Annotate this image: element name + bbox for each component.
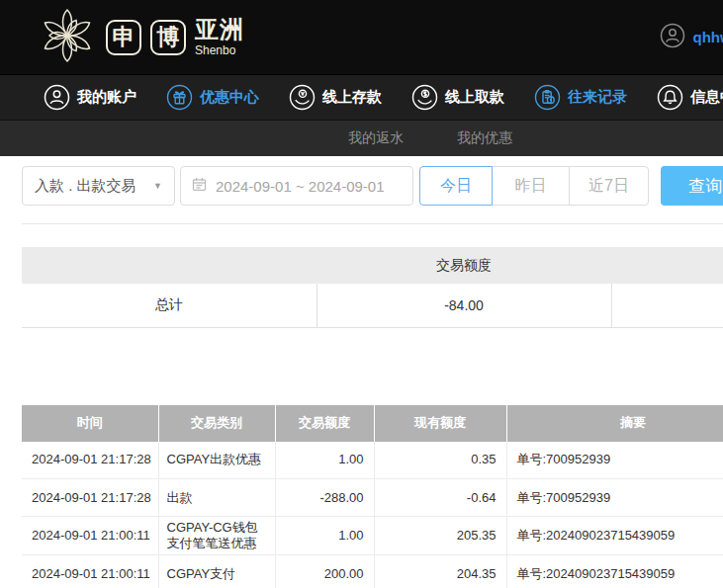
calendar-icon: [192, 177, 207, 195]
nav-item-withdraw[interactable]: 线上取款: [411, 84, 504, 111]
cell-memo: 单号:202409023715439059: [506, 517, 723, 555]
cell-time: 2024-09-01 21:00:11: [22, 517, 158, 555]
sub-nav: 我的返水 我的优惠: [0, 120, 723, 156]
cell-memo: 单号:202409023715439059: [506, 555, 723, 588]
bell-icon: [657, 84, 683, 111]
filter-row: 入款 . 出款交易 ▼ 2024-09-01 ~ 2024-09-01 今日 昨…: [22, 166, 723, 206]
col-header-amount: 交易额度: [275, 405, 374, 442]
summary-table: 交易额度 总计 -84.00: [22, 247, 723, 328]
flower-logo-icon: [38, 6, 97, 69]
browser-viewport: 申 博 亚洲 Shenbo qhhw2: [0, 0, 723, 588]
yesterday-button[interactable]: 昨日: [492, 166, 570, 206]
col-header-time: 时间: [22, 405, 158, 442]
cell-memo: 单号:700952939: [506, 442, 723, 479]
cell-type: CGPAY出款优惠: [158, 442, 275, 479]
summary-header-amount: 交易额度: [316, 247, 611, 284]
logo-text: 亚洲 Shenbo: [195, 18, 244, 56]
summary-header-empty-2: [611, 247, 723, 284]
cell-balance: 204.35: [374, 555, 506, 588]
username: qhhw2: [693, 29, 723, 45]
section-divider: [22, 223, 723, 224]
nav-item-label: 信息中心: [690, 88, 723, 107]
last-7-days-button[interactable]: 近7日: [569, 166, 649, 206]
summary-total-amount: -84.00: [316, 284, 611, 327]
subnav-item-promos[interactable]: 我的优惠: [457, 129, 512, 147]
user-icon: [44, 84, 70, 111]
cell-time: 2024-09-01 21:00:11: [22, 555, 158, 588]
logo-char-box-2: 博: [150, 20, 186, 55]
main-nav: 我的账户 优惠中心: [0, 74, 723, 120]
quick-range-button-group: 今日 昨日 近7日: [419, 166, 649, 206]
summary-total-row: 总计 -84.00: [22, 284, 723, 327]
gift-icon: [166, 84, 193, 111]
transaction-type-value: 入款 . 出款交易: [35, 177, 136, 196]
table-row: 2024-09-01 21:17:28 出款 -288.00 -0.64 单号:…: [22, 479, 723, 517]
summary-header-row: 交易额度: [22, 247, 723, 284]
summary-total-label: 总计: [22, 284, 316, 327]
cell-amount: 200.00: [275, 555, 374, 588]
deposit-hand-coin-icon: [289, 84, 316, 111]
page: 申 博 亚洲 Shenbo qhhw2: [0, 0, 723, 588]
nav-item-label: 线上取款: [445, 88, 504, 107]
nav-item-records[interactable]: 往来记录: [534, 84, 627, 111]
nav-item-label: 我的账户: [77, 88, 136, 107]
top-header: 申 博 亚洲 Shenbo qhhw2: [0, 0, 723, 74]
user-avatar-icon: [660, 23, 685, 52]
nav-item-label: 往来记录: [568, 88, 627, 107]
cell-balance: -0.64: [374, 479, 506, 517]
transactions-header-row: 时间 交易类别 交易额度 现有额度 摘要: [22, 405, 723, 442]
withdraw-hand-coin-icon: [411, 84, 438, 111]
date-range-input[interactable]: 2024-09-01 ~ 2024-09-01: [180, 166, 413, 206]
summary-total-empty: [611, 284, 723, 327]
cell-memo: 单号:700952939: [506, 479, 723, 517]
logo-region: 亚洲: [195, 18, 244, 42]
transactions-table: 时间 交易类别 交易额度 现有额度 摘要 2024-09-01 21:17:28…: [22, 405, 723, 588]
search-button[interactable]: 查询: [661, 166, 723, 206]
cell-amount: 1.00: [275, 442, 374, 479]
cell-balance: 205.35: [374, 517, 506, 555]
table-row: 2024-09-01 21:00:11 CGPAY支付 200.00 204.3…: [22, 555, 723, 588]
site-logo[interactable]: 申 博 亚洲 Shenbo: [38, 6, 244, 69]
cell-amount: -288.00: [275, 479, 374, 517]
cell-type: 出款: [158, 479, 275, 517]
subnav-item-rebate[interactable]: 我的返水: [348, 129, 404, 147]
cell-balance: 0.35: [374, 442, 506, 479]
col-header-type: 交易类别: [158, 405, 275, 442]
col-header-memo: 摘要: [506, 405, 723, 442]
table-row: 2024-09-01 21:00:11 CGPAY-CG钱包支付笔笔送优惠 1.…: [22, 517, 723, 555]
logo-brand: Shenbo: [195, 44, 244, 56]
nav-item-promotions[interactable]: 优惠中心: [166, 84, 259, 111]
cell-time: 2024-09-01 21:17:28: [22, 479, 158, 517]
cell-amount: 1.00: [275, 517, 374, 555]
summary-header-empty: [22, 247, 316, 284]
records-clipboard-icon: [534, 84, 561, 111]
chevron-down-icon: ▼: [153, 181, 162, 191]
transaction-type-select[interactable]: 入款 . 出款交易 ▼: [22, 166, 175, 206]
logo-char-box-1: 申: [106, 20, 141, 55]
nav-item-label: 优惠中心: [200, 88, 259, 107]
cell-type: CGPAY-CG钱包支付笔笔送优惠: [158, 517, 275, 555]
nav-item-my-account[interactable]: 我的账户: [44, 84, 136, 111]
nav-item-messages[interactable]: 信息中心: [657, 84, 723, 111]
user-block[interactable]: qhhw2: [660, 23, 723, 52]
cell-time: 2024-09-01 21:17:28: [22, 442, 158, 479]
nav-item-deposit[interactable]: 线上存款: [289, 84, 382, 111]
col-header-balance: 现有额度: [374, 405, 506, 442]
nav-item-label: 线上存款: [322, 88, 382, 107]
cell-type: CGPAY支付: [158, 555, 275, 588]
date-range-value: 2024-09-01 ~ 2024-09-01: [216, 178, 385, 195]
today-button[interactable]: 今日: [419, 166, 493, 206]
table-row: 2024-09-01 21:17:28 CGPAY出款优惠 1.00 0.35 …: [22, 442, 723, 479]
